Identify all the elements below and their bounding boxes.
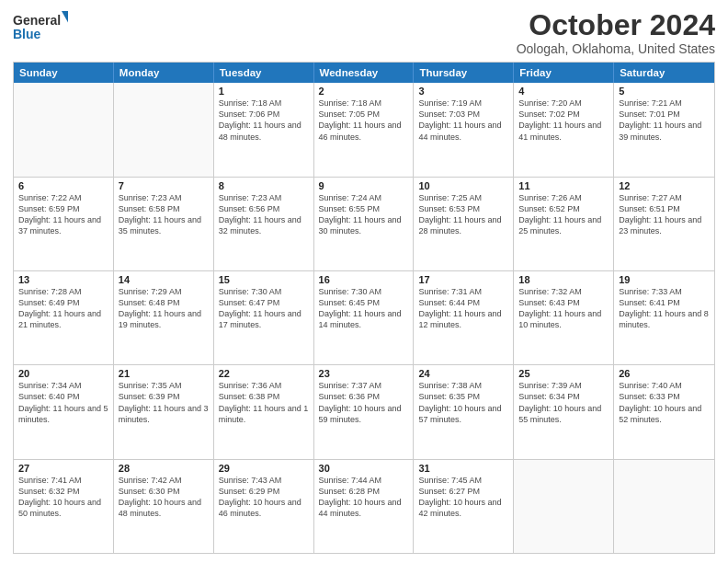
- day-info: Sunrise: 7:45 AM Sunset: 6:27 PM Dayligh…: [418, 475, 508, 520]
- svg-marker-2: [62, 11, 68, 26]
- day-number: 10: [418, 180, 508, 191]
- day-info: Sunrise: 7:34 AM Sunset: 6:40 PM Dayligh…: [18, 380, 108, 425]
- day-info: Sunrise: 7:39 AM Sunset: 6:34 PM Dayligh…: [518, 380, 609, 425]
- day-info: Sunrise: 7:44 AM Sunset: 6:28 PM Dayligh…: [319, 475, 409, 520]
- day-info: Sunrise: 7:23 AM Sunset: 6:56 PM Dayligh…: [219, 192, 309, 237]
- day-number: 5: [619, 86, 710, 97]
- day-info: Sunrise: 7:29 AM Sunset: 6:48 PM Dayligh…: [119, 286, 209, 331]
- day-number: 9: [319, 180, 409, 191]
- day-info: Sunrise: 7:30 AM Sunset: 6:45 PM Dayligh…: [319, 286, 409, 331]
- logo: General Blue: [13, 9, 68, 46]
- day-info: Sunrise: 7:21 AM Sunset: 7:01 PM Dayligh…: [619, 98, 710, 143]
- calendar-row: 13Sunrise: 7:28 AM Sunset: 6:49 PM Dayli…: [14, 270, 714, 364]
- day-number: 28: [119, 463, 209, 474]
- day-number: 14: [119, 274, 209, 285]
- day-number: 11: [518, 180, 609, 191]
- day-info: Sunrise: 7:33 AM Sunset: 6:41 PM Dayligh…: [619, 286, 710, 331]
- calendar-cell: 16Sunrise: 7:30 AM Sunset: 6:45 PM Dayli…: [314, 271, 415, 364]
- calendar-cell: 10Sunrise: 7:25 AM Sunset: 6:53 PM Dayli…: [414, 178, 514, 270]
- svg-text:General: General: [13, 13, 61, 28]
- calendar-body: 1Sunrise: 7:18 AM Sunset: 7:06 PM Daylig…: [14, 83, 714, 553]
- day-info: Sunrise: 7:24 AM Sunset: 6:55 PM Dayligh…: [319, 192, 409, 237]
- day-number: 25: [518, 368, 609, 379]
- day-number: 19: [619, 274, 710, 285]
- day-number: 2: [319, 86, 409, 97]
- page: General Blue October 2024 Oologah, Oklah…: [0, 0, 728, 563]
- day-number: 18: [518, 274, 609, 285]
- day-info: Sunrise: 7:36 AM Sunset: 6:38 PM Dayligh…: [219, 380, 309, 425]
- calendar-cell: 27Sunrise: 7:41 AM Sunset: 6:32 PM Dayli…: [14, 460, 114, 553]
- calendar-cell: 26Sunrise: 7:40 AM Sunset: 6:33 PM Dayli…: [614, 365, 714, 458]
- day-number: 30: [319, 463, 409, 474]
- calendar-cell: 18Sunrise: 7:32 AM Sunset: 6:43 PM Dayli…: [514, 271, 614, 364]
- day-info: Sunrise: 7:38 AM Sunset: 6:35 PM Dayligh…: [418, 380, 508, 425]
- calendar-cell: [114, 83, 214, 176]
- calendar-cell: 12Sunrise: 7:27 AM Sunset: 6:51 PM Dayli…: [614, 178, 714, 270]
- calendar-header-cell: Wednesday: [314, 63, 415, 83]
- calendar-row: 27Sunrise: 7:41 AM Sunset: 6:32 PM Dayli…: [14, 459, 714, 553]
- day-info: Sunrise: 7:20 AM Sunset: 7:02 PM Dayligh…: [518, 98, 609, 143]
- calendar-cell: [614, 460, 714, 553]
- day-number: 12: [619, 180, 710, 191]
- calendar-cell: 1Sunrise: 7:18 AM Sunset: 7:06 PM Daylig…: [214, 83, 314, 176]
- subtitle: Oologah, Oklahoma, United States: [517, 41, 715, 56]
- calendar-cell: 4Sunrise: 7:20 AM Sunset: 7:02 PM Daylig…: [514, 83, 614, 176]
- calendar-cell: 2Sunrise: 7:18 AM Sunset: 7:05 PM Daylig…: [314, 83, 415, 176]
- day-info: Sunrise: 7:25 AM Sunset: 6:53 PM Dayligh…: [418, 192, 508, 237]
- day-info: Sunrise: 7:35 AM Sunset: 6:39 PM Dayligh…: [119, 380, 209, 425]
- calendar-cell: 28Sunrise: 7:42 AM Sunset: 6:30 PM Dayli…: [114, 460, 214, 553]
- title-block: October 2024 Oologah, Oklahoma, United S…: [517, 9, 715, 56]
- calendar-cell: 3Sunrise: 7:19 AM Sunset: 7:03 PM Daylig…: [414, 83, 514, 176]
- calendar-header-cell: Friday: [514, 63, 614, 83]
- day-number: 23: [319, 368, 409, 379]
- day-info: Sunrise: 7:18 AM Sunset: 7:05 PM Dayligh…: [319, 98, 409, 143]
- calendar-cell: 8Sunrise: 7:23 AM Sunset: 6:56 PM Daylig…: [214, 178, 314, 270]
- day-info: Sunrise: 7:37 AM Sunset: 6:36 PM Dayligh…: [319, 380, 409, 425]
- day-info: Sunrise: 7:22 AM Sunset: 6:59 PM Dayligh…: [18, 192, 108, 237]
- calendar-header-row: SundayMondayTuesdayWednesdayThursdayFrid…: [14, 63, 714, 83]
- day-info: Sunrise: 7:27 AM Sunset: 6:51 PM Dayligh…: [619, 192, 710, 237]
- calendar-header-cell: Tuesday: [214, 63, 314, 83]
- day-info: Sunrise: 7:31 AM Sunset: 6:44 PM Dayligh…: [418, 286, 508, 331]
- day-number: 20: [18, 368, 108, 379]
- day-info: Sunrise: 7:23 AM Sunset: 6:58 PM Dayligh…: [119, 192, 209, 237]
- day-number: 31: [418, 463, 508, 474]
- calendar-cell: 30Sunrise: 7:44 AM Sunset: 6:28 PM Dayli…: [314, 460, 415, 553]
- calendar-header-cell: Thursday: [414, 63, 514, 83]
- calendar-cell: 29Sunrise: 7:43 AM Sunset: 6:29 PM Dayli…: [214, 460, 314, 553]
- day-number: 26: [619, 368, 710, 379]
- day-number: 8: [219, 180, 309, 191]
- calendar-cell: 19Sunrise: 7:33 AM Sunset: 6:41 PM Dayli…: [614, 271, 714, 364]
- day-number: 22: [219, 368, 309, 379]
- calendar-header-cell: Saturday: [614, 63, 714, 83]
- day-number: 7: [119, 180, 209, 191]
- calendar-cell: 17Sunrise: 7:31 AM Sunset: 6:44 PM Dayli…: [414, 271, 514, 364]
- calendar-cell: 14Sunrise: 7:29 AM Sunset: 6:48 PM Dayli…: [114, 271, 214, 364]
- day-info: Sunrise: 7:28 AM Sunset: 6:49 PM Dayligh…: [18, 286, 108, 331]
- calendar-cell: [14, 83, 114, 176]
- calendar-cell: [514, 460, 614, 553]
- calendar-cell: 6Sunrise: 7:22 AM Sunset: 6:59 PM Daylig…: [14, 178, 114, 270]
- day-number: 16: [319, 274, 409, 285]
- day-info: Sunrise: 7:43 AM Sunset: 6:29 PM Dayligh…: [219, 475, 309, 520]
- calendar-header-cell: Sunday: [14, 63, 114, 83]
- calendar-cell: 20Sunrise: 7:34 AM Sunset: 6:40 PM Dayli…: [14, 365, 114, 458]
- calendar-cell: 7Sunrise: 7:23 AM Sunset: 6:58 PM Daylig…: [114, 178, 214, 270]
- day-number: 4: [518, 86, 609, 97]
- calendar-cell: 11Sunrise: 7:26 AM Sunset: 6:52 PM Dayli…: [514, 178, 614, 270]
- header: General Blue October 2024 Oologah, Oklah…: [13, 9, 715, 56]
- day-info: Sunrise: 7:40 AM Sunset: 6:33 PM Dayligh…: [619, 380, 710, 425]
- calendar-cell: 21Sunrise: 7:35 AM Sunset: 6:39 PM Dayli…: [114, 365, 214, 458]
- day-number: 29: [219, 463, 309, 474]
- day-number: 27: [18, 463, 108, 474]
- day-number: 1: [219, 86, 309, 97]
- day-info: Sunrise: 7:32 AM Sunset: 6:43 PM Dayligh…: [518, 286, 609, 331]
- day-info: Sunrise: 7:41 AM Sunset: 6:32 PM Dayligh…: [18, 475, 108, 520]
- calendar-cell: 25Sunrise: 7:39 AM Sunset: 6:34 PM Dayli…: [514, 365, 614, 458]
- calendar-cell: 5Sunrise: 7:21 AM Sunset: 7:01 PM Daylig…: [614, 83, 714, 176]
- calendar-cell: 15Sunrise: 7:30 AM Sunset: 6:47 PM Dayli…: [214, 271, 314, 364]
- day-number: 17: [418, 274, 508, 285]
- calendar-row: 20Sunrise: 7:34 AM Sunset: 6:40 PM Dayli…: [14, 364, 714, 458]
- logo-svg: General Blue: [13, 9, 68, 46]
- day-number: 3: [418, 86, 508, 97]
